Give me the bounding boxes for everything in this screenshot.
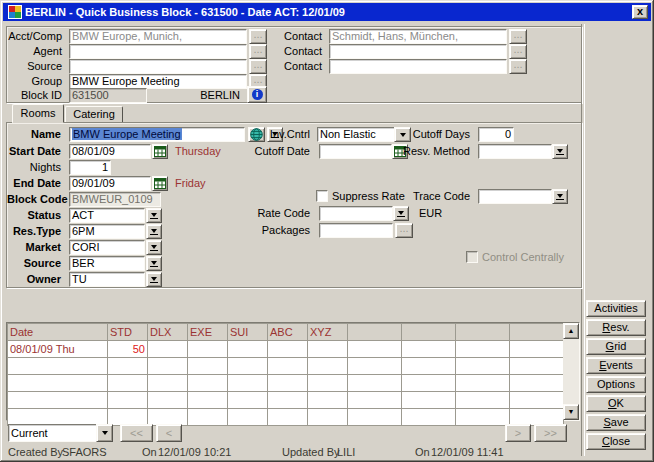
abc-cell[interactable] (268, 341, 308, 358)
end-date-field[interactable]: 09/01/09 (69, 176, 151, 191)
grid-cell[interactable] (456, 341, 510, 358)
acct-comp-field[interactable]: BMW Europe, Munich, (69, 29, 247, 44)
view-selector-combo-button[interactable] (96, 424, 113, 442)
agent-field[interactable] (69, 44, 247, 59)
trace-code-dropdown-button[interactable] (552, 189, 568, 204)
dlx-cell[interactable] (148, 341, 188, 358)
resv-method-field[interactable] (478, 144, 552, 159)
resv-button[interactable]: Resv. (586, 319, 646, 336)
date-cell[interactable] (8, 358, 108, 375)
agent-browse-button[interactable]: ... (249, 44, 267, 59)
grid-cell[interactable] (348, 358, 402, 375)
grid-cell[interactable] (148, 375, 188, 392)
grid-cell[interactable] (510, 409, 564, 426)
name-field[interactable]: BMW Europe Meeting (69, 127, 245, 142)
pager-prev-button[interactable]: < (156, 424, 182, 442)
grid-cell[interactable] (108, 392, 148, 409)
view-selector-combobox[interactable]: Current (8, 424, 97, 442)
ok-button[interactable]: OK (586, 395, 646, 412)
grid-cell[interactable] (268, 358, 308, 375)
grid-cell[interactable] (308, 358, 348, 375)
pager-first-button[interactable]: << (120, 424, 153, 442)
resv-method-dropdown-button[interactable] (552, 144, 568, 159)
market-field[interactable]: CORI (69, 240, 145, 255)
contact3-field[interactable] (329, 59, 507, 74)
source-field[interactable] (69, 59, 247, 74)
grid-cell[interactable] (268, 409, 308, 426)
date-cell[interactable] (8, 409, 108, 426)
grid-cell[interactable] (308, 392, 348, 409)
close-window-button[interactable]: x (632, 5, 648, 19)
start-date-calendar-button[interactable] (152, 144, 168, 159)
grid-cell[interactable] (348, 341, 402, 358)
grid-cell[interactable] (268, 375, 308, 392)
grid-cell[interactable] (402, 341, 456, 358)
owner-field[interactable]: TU (69, 272, 145, 287)
grid-cell[interactable] (228, 409, 268, 426)
cutoff-days-field[interactable]: 0 (478, 127, 514, 142)
status-field[interactable]: ACT (69, 208, 145, 223)
status-dropdown-button[interactable] (146, 208, 162, 223)
trace-code-field[interactable] (478, 189, 552, 204)
std-cell[interactable]: 50 (108, 341, 148, 358)
xyz-cell[interactable] (308, 341, 348, 358)
grid-cell[interactable] (456, 392, 510, 409)
grid-cell[interactable] (188, 409, 228, 426)
date-cell[interactable] (8, 375, 108, 392)
contact2-browse-button[interactable]: ... (509, 44, 527, 59)
grid-cell[interactable] (402, 409, 456, 426)
contact1-browse-button[interactable]: ... (509, 29, 527, 44)
grid-cell[interactable] (108, 358, 148, 375)
contact2-field[interactable] (329, 44, 507, 59)
room-source-field[interactable]: BER (69, 256, 145, 271)
grid-cell[interactable] (188, 358, 228, 375)
grid-cell[interactable] (402, 375, 456, 392)
packages-field[interactable] (319, 223, 393, 238)
res-type-field[interactable]: 6PM (69, 224, 145, 239)
grid-cell[interactable] (510, 341, 564, 358)
grid-cell[interactable] (308, 375, 348, 392)
grid-cell[interactable] (456, 375, 510, 392)
grid-cell[interactable] (228, 358, 268, 375)
market-dropdown-button[interactable] (146, 240, 162, 255)
room-source-dropdown-button[interactable] (146, 256, 162, 271)
close-button[interactable]: Close (586, 433, 646, 450)
rate-code-dropdown-button[interactable] (393, 206, 409, 221)
grid-cell[interactable] (148, 358, 188, 375)
pager-next-button[interactable]: > (505, 424, 531, 442)
grid-cell[interactable] (228, 375, 268, 392)
grid-cell[interactable] (148, 392, 188, 409)
events-button[interactable]: Events (586, 357, 646, 374)
suppress-rate-checkbox[interactable] (316, 190, 328, 202)
grid-cell[interactable] (456, 358, 510, 375)
tab-rooms[interactable]: Rooms (12, 104, 64, 123)
packages-browse-button[interactable]: ... (395, 223, 413, 238)
start-date-field[interactable]: 08/01/09 (69, 144, 151, 159)
grid-cell[interactable] (108, 409, 148, 426)
grid-cell[interactable] (188, 392, 228, 409)
pager-last-button[interactable]: >> (534, 424, 567, 442)
grid-scrollbar[interactable]: ▲ ▼ (563, 323, 579, 420)
tab-catering[interactable]: Catering (65, 106, 123, 122)
acct-comp-browse-button[interactable]: ... (249, 29, 267, 44)
contact3-browse-button[interactable]: ... (509, 59, 527, 74)
contact1-field[interactable]: Schmidt, Hans, München, (329, 29, 507, 44)
grid-cell[interactable] (308, 409, 348, 426)
grid-cell[interactable] (510, 358, 564, 375)
grid-cell[interactable] (268, 392, 308, 409)
res-type-dropdown-button[interactable] (146, 224, 162, 239)
grid-cell[interactable] (510, 392, 564, 409)
grid-cell[interactable] (348, 392, 402, 409)
save-button[interactable]: Save (586, 414, 646, 431)
grid-cell[interactable] (402, 392, 456, 409)
scroll-up-button[interactable]: ▲ (563, 323, 579, 339)
date-cell[interactable]: 08/01/09 Thu (8, 341, 108, 358)
grid-cell[interactable] (228, 392, 268, 409)
scroll-down-button[interactable]: ▼ (563, 404, 579, 420)
grid-cell[interactable] (402, 358, 456, 375)
date-cell[interactable] (8, 392, 108, 409)
grid-cell[interactable] (510, 375, 564, 392)
owner-dropdown-button[interactable] (146, 272, 162, 287)
grid-cell[interactable] (108, 375, 148, 392)
grid-cell[interactable] (148, 409, 188, 426)
